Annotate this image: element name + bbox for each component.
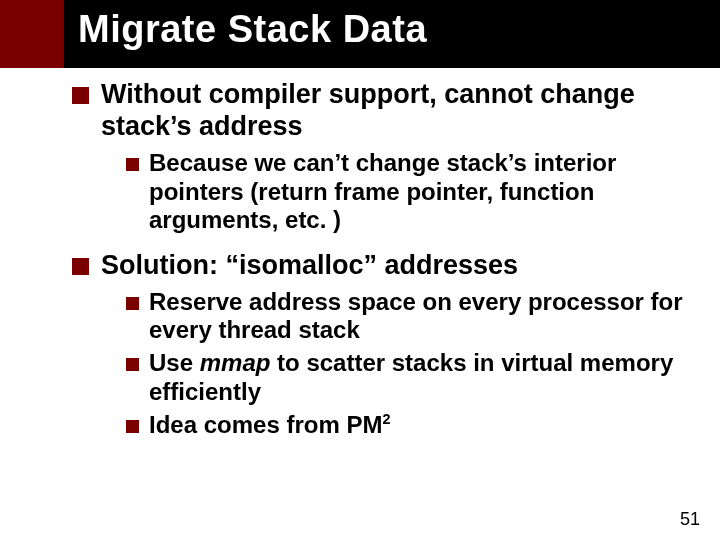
bullet-text: Reserve address space on every processor… <box>149 288 704 346</box>
accent-block <box>0 0 64 68</box>
spacer <box>72 239 704 249</box>
square-bullet-icon <box>126 158 139 171</box>
bullet-text: Because we can’t change stack’s interior… <box>149 149 704 235</box>
text-prefix: Idea comes from PM <box>149 411 382 438</box>
italic-text: mmap <box>200 349 271 376</box>
bullet-level1: Solution: “isomalloc” addresses <box>72 249 704 281</box>
bullet-text: Solution: “isomalloc” addresses <box>101 249 518 281</box>
square-bullet-icon <box>126 358 139 371</box>
bullet-text: Without compiler support, cannot change … <box>101 78 704 143</box>
bullet-level2: Reserve address space on every processor… <box>126 288 704 346</box>
square-bullet-icon <box>72 258 89 275</box>
slide-title: Migrate Stack Data <box>78 8 427 51</box>
square-bullet-icon <box>126 297 139 310</box>
bullet-level2: Idea comes from PM2 <box>126 411 704 440</box>
bullet-text: Idea comes from PM2 <box>149 411 390 440</box>
slide: Migrate Stack Data Without compiler supp… <box>0 0 720 540</box>
page-number: 51 <box>680 509 700 530</box>
superscript: 2 <box>382 411 390 427</box>
bullet-level1: Without compiler support, cannot change … <box>72 78 704 143</box>
text-prefix: Use <box>149 349 200 376</box>
bullet-text: Use mmap to scatter stacks in virtual me… <box>149 349 704 407</box>
bullet-level2: Use mmap to scatter stacks in virtual me… <box>126 349 704 407</box>
bullet-level2: Because we can’t change stack’s interior… <box>126 149 704 235</box>
content-area: Without compiler support, cannot change … <box>72 78 704 444</box>
square-bullet-icon <box>72 87 89 104</box>
title-bar: Migrate Stack Data <box>0 0 720 68</box>
square-bullet-icon <box>126 420 139 433</box>
